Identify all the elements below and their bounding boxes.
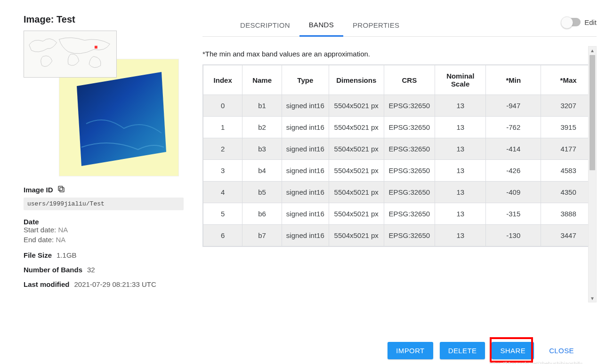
table-row: 6b7signed int165504x5021 pxEPSG:3265013-…	[203, 225, 596, 246]
cell-dim: 5504x5021 px	[329, 117, 384, 138]
cell-crs: EPSG:32650	[384, 182, 435, 203]
cell-min: -130	[486, 225, 541, 246]
edit-toggle[interactable]	[562, 18, 581, 26]
svg-rect-1	[95, 46, 97, 48]
cell-scale: 13	[435, 182, 486, 203]
cell-index: 0	[203, 95, 242, 117]
share-button[interactable]: SHARE	[492, 342, 534, 359]
cell-scale: 13	[435, 225, 486, 246]
page-title: Image: Test	[24, 14, 184, 25]
cell-name: b7	[242, 225, 282, 246]
table-row: 4b5signed int165504x5021 pxEPSG:3265013-…	[203, 182, 596, 203]
cell-index: 5	[203, 203, 242, 225]
cell-min: -947	[486, 95, 541, 117]
cell-dim: 5504x5021 px	[329, 225, 384, 246]
cell-dim: 5504x5021 px	[329, 138, 384, 160]
last-modified-value: 2021-07-29 08:21:33 UTC	[74, 280, 156, 288]
cell-index: 6	[203, 225, 242, 246]
col-min: *Min	[486, 65, 541, 95]
cell-dim: 5504x5021 px	[329, 203, 384, 225]
cell-scale: 13	[435, 117, 486, 138]
last-modified-label: Last modified	[24, 280, 70, 288]
tab-description[interactable]: DESCRIPTION	[231, 15, 299, 36]
col-crs: CRS	[384, 65, 435, 95]
table-row: 0b1signed int165504x5021 pxEPSG:3265013-…	[203, 95, 596, 117]
num-bands-label: Number of Bands	[24, 266, 82, 274]
tab-properties[interactable]: PROPERTIES	[343, 15, 409, 36]
cell-max: 3447	[541, 225, 596, 246]
cell-min: -762	[486, 117, 541, 138]
import-button[interactable]: IMPORT	[388, 342, 433, 359]
col-index: Index	[203, 65, 242, 95]
scroll-thumb[interactable]	[590, 55, 595, 170]
cell-min: -414	[486, 138, 541, 160]
col-type: Type	[282, 65, 329, 95]
table-row: 3b4signed int165504x5021 pxEPSG:3265013-…	[203, 160, 596, 182]
scroll-down-icon[interactable]: ▼	[589, 294, 596, 302]
cell-type: signed int16	[282, 95, 329, 117]
delete-button[interactable]: DELETE	[440, 342, 485, 359]
cell-type: signed int16	[282, 182, 329, 203]
cell-type: signed int16	[282, 203, 329, 225]
cell-name: b3	[242, 138, 282, 160]
cell-scale: 13	[435, 160, 486, 182]
vertical-scrollbar[interactable]: ▲ ▼	[588, 46, 597, 302]
cell-min: -409	[486, 182, 541, 203]
cell-type: signed int16	[282, 225, 329, 246]
cell-dim: 5504x5021 px	[329, 182, 384, 203]
svg-rect-3	[60, 188, 64, 192]
end-date-value: NA	[56, 236, 65, 244]
cell-dim: 5504x5021 px	[329, 160, 384, 182]
cell-crs: EPSG:32650	[384, 203, 435, 225]
table-row: 2b3signed int165504x5021 pxEPSG:3265013-…	[203, 138, 596, 160]
table-row: 1b2signed int165504x5021 pxEPSG:3265013-…	[203, 117, 596, 138]
cell-index: 4	[203, 182, 242, 203]
approximation-note: *The min and max band values are an appr…	[202, 50, 597, 58]
cell-max: 3888	[541, 203, 596, 225]
cell-dim: 5504x5021 px	[329, 95, 384, 117]
cell-index: 1	[203, 117, 242, 138]
num-bands-value: 32	[87, 266, 95, 274]
svg-rect-0	[24, 31, 116, 77]
cell-name: b5	[242, 182, 282, 203]
tab-bands[interactable]: BANDS	[299, 14, 343, 37]
cell-min: -426	[486, 160, 541, 182]
col-max: *Max	[541, 65, 596, 95]
cell-index: 2	[203, 138, 242, 160]
cell-name: b4	[242, 160, 282, 182]
start-date-value: NA	[58, 226, 68, 234]
close-button[interactable]: CLOSE	[541, 342, 582, 359]
cell-index: 3	[203, 160, 242, 182]
image-preview	[24, 31, 179, 176]
cell-scale: 13	[435, 203, 486, 225]
cell-crs: EPSG:32650	[384, 160, 435, 182]
bands-table: Index Name Type Dimensions CRS Nominal S…	[202, 64, 597, 247]
cell-max: 4583	[541, 160, 596, 182]
scroll-up-icon[interactable]: ▲	[589, 47, 596, 54]
start-date-label: Start date:	[24, 226, 56, 234]
col-name: Name	[242, 65, 282, 95]
cell-max: 3207	[541, 95, 596, 117]
edit-label: Edit	[584, 18, 597, 26]
cell-scale: 13	[435, 95, 486, 117]
file-size-label: File Size	[24, 251, 52, 259]
cell-name: b2	[242, 117, 282, 138]
cell-name: b1	[242, 95, 282, 117]
col-scale: Nominal Scale	[435, 65, 486, 95]
cell-type: signed int16	[282, 117, 329, 138]
copy-icon[interactable]	[57, 185, 65, 195]
cell-max: 4177	[541, 138, 596, 160]
cell-scale: 13	[435, 138, 486, 160]
table-row: 5b6signed int165504x5021 pxEPSG:3265013-…	[203, 203, 596, 225]
image-id-value[interactable]: users/1999jialiu/Test	[24, 198, 184, 210]
cell-max: 3915	[541, 117, 596, 138]
end-date-label: End date:	[24, 236, 54, 244]
cell-type: signed int16	[282, 138, 329, 160]
cell-crs: EPSG:32650	[384, 225, 435, 246]
cell-crs: EPSG:32650	[384, 95, 435, 117]
col-dimensions: Dimensions	[329, 65, 384, 95]
svg-marker-2	[77, 72, 166, 166]
world-map-thumbnail	[24, 31, 117, 78]
cell-crs: EPSG:32650	[384, 138, 435, 160]
cell-name: b6	[242, 203, 282, 225]
